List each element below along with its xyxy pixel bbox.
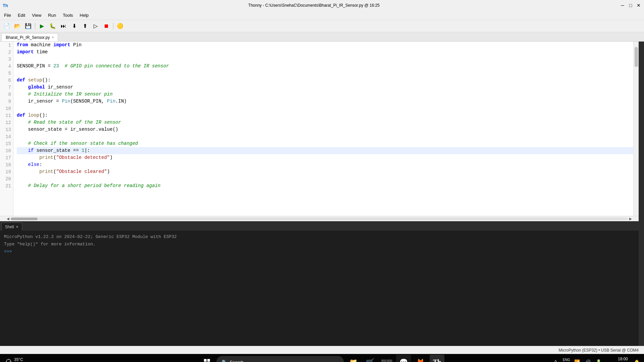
code-line-17: print("Obstacle detected") bbox=[17, 154, 633, 161]
tray-network[interactable]: 📶 bbox=[573, 356, 582, 362]
taskbar-thonny[interactable]: Th bbox=[430, 355, 444, 362]
code-line-11: def loop(): bbox=[17, 112, 633, 119]
tray-keyboard[interactable]: ENGIN bbox=[562, 356, 571, 362]
run-button[interactable]: ▶ bbox=[37, 21, 47, 31]
shell-prompt-line[interactable]: >>> bbox=[4, 248, 635, 255]
code-line-5 bbox=[17, 70, 633, 77]
tab-label: Bharat_Pi_IR_Sensor.py bbox=[6, 35, 50, 40]
title-bar: Th Thonny - C:\Users\SnehaC\Documents\Bh… bbox=[0, 0, 644, 11]
scroll-thumb[interactable] bbox=[11, 218, 38, 220]
notification-button[interactable]: 🔔 bbox=[632, 356, 641, 362]
code-line-8: # Initialize the IR sensor pin bbox=[17, 91, 633, 98]
device-button[interactable]: 🟡 bbox=[115, 21, 125, 31]
tray-chevron[interactable]: ^ bbox=[551, 356, 560, 362]
editor-and-shell: 1 2 3 4 5 6 7 8 9 10 11 12 13 14 15 16 1 bbox=[0, 42, 639, 346]
tray-battery[interactable]: 🔋 bbox=[594, 356, 603, 362]
shell-line-2: Type "help()" for more information. bbox=[4, 241, 635, 248]
scroll-left-arrow[interactable]: ◀ bbox=[5, 217, 11, 221]
windows-logo bbox=[204, 359, 210, 362]
resume-button[interactable]: ▷ bbox=[91, 21, 100, 31]
code-line-14 bbox=[17, 133, 633, 140]
editor-scroll-thumb[interactable] bbox=[635, 47, 638, 67]
code-line-12: # Read the state of the IR sensor bbox=[17, 119, 633, 126]
toolbar: 📄 📂 💾 ▶ 🐛 ⏭ ⬇ ⬆ ▷ ⏹ 🟡 bbox=[0, 20, 644, 32]
status-text: MicroPython (ESP32) • USB Serial @ COM4 bbox=[559, 348, 639, 353]
weather-icon: 🌤 bbox=[5, 358, 12, 362]
minimize-button[interactable]: ─ bbox=[620, 3, 625, 8]
step-over-button[interactable]: ⏭ bbox=[59, 21, 68, 31]
search-bar[interactable]: 🔍 Search bbox=[216, 356, 344, 362]
line-numbers: 1 2 3 4 5 6 7 8 9 10 11 12 13 14 15 16 1 bbox=[0, 42, 13, 216]
shell-output[interactable]: MicroPython v1.22.2 on 2024-02-22; Gener… bbox=[0, 231, 639, 346]
code-line-21: # Delay for a short period before readin… bbox=[17, 182, 633, 189]
app-logo: Th bbox=[3, 3, 8, 8]
shell-tab-label: Shell bbox=[5, 225, 14, 229]
code-line-2: import time bbox=[17, 49, 633, 56]
toolbar-separator-1 bbox=[35, 23, 35, 29]
clock-time: 18:00 bbox=[607, 356, 628, 362]
taskbar-center: 🔍 Search 📁 🛒 ⬛⬛ 💬 🦊 Th bbox=[200, 355, 444, 362]
shell-panel: Shell × MicroPython v1.22.2 on 2024-02-2… bbox=[0, 221, 639, 346]
stop-button[interactable]: ⏹ bbox=[102, 21, 111, 31]
code-line-10 bbox=[17, 105, 633, 112]
menu-view[interactable]: View bbox=[29, 12, 44, 18]
code-line-20 bbox=[17, 175, 633, 182]
scroll-track[interactable] bbox=[11, 218, 628, 220]
toolbar-separator-2 bbox=[113, 23, 113, 29]
menu-run[interactable]: Run bbox=[45, 12, 59, 18]
horizontal-scrollbar[interactable]: ◀ ▶ bbox=[0, 216, 639, 221]
tab-bar: Bharat_Pi_IR_Sensor.py × bbox=[0, 32, 644, 42]
code-line-19: print("Obstacle cleared") bbox=[17, 168, 633, 175]
shell-line-1: MicroPython v1.22.2 on 2024-02-22; Gener… bbox=[4, 233, 635, 241]
step-out-button[interactable]: ⬆ bbox=[80, 21, 90, 31]
close-button[interactable]: ✕ bbox=[636, 3, 641, 8]
shell-tab-bar: Shell × bbox=[0, 221, 639, 231]
taskbar-file-explorer[interactable]: 📁 bbox=[346, 355, 361, 362]
code-line-4: SENSOR_PIN = 23 # GPIO pin connected to … bbox=[17, 63, 633, 70]
scroll-right-arrow[interactable]: ▶ bbox=[628, 217, 633, 221]
clock[interactable]: 18:00 21-04-2024 bbox=[605, 356, 631, 362]
code-line-9: ir_sensor = Pin(SENSOR_PIN, Pin.IN) bbox=[17, 98, 633, 105]
debug-button[interactable]: 🐛 bbox=[48, 21, 57, 31]
weather-temp: 35°C bbox=[14, 357, 38, 362]
tray-speaker[interactable]: 🔊 bbox=[583, 356, 593, 362]
code-line-6: def setup(): bbox=[17, 77, 633, 84]
code-line-15: # Check if the sensor state has changed bbox=[17, 140, 633, 147]
shell-tab-close[interactable]: × bbox=[16, 225, 18, 229]
start-button[interactable] bbox=[200, 355, 214, 362]
editor-vertical-scrollbar[interactable] bbox=[633, 42, 639, 216]
weather-widget: 🌤 35°C Mostly sunny bbox=[3, 356, 40, 362]
editor-main: 1 2 3 4 5 6 7 8 9 10 11 12 13 14 15 16 1 bbox=[0, 42, 644, 346]
status-bar: MicroPython (ESP32) • USB Serial @ COM4 bbox=[0, 346, 644, 354]
search-placeholder: Search bbox=[230, 360, 244, 362]
shell-vertical-scrollbar[interactable] bbox=[639, 42, 644, 346]
taskbar-browser[interactable]: 🦊 bbox=[413, 355, 428, 362]
menu-file[interactable]: File bbox=[1, 12, 14, 18]
search-icon: 🔍 bbox=[222, 360, 227, 362]
system-tray: ^ ENGIN 📶 🔊 🔋 18:00 21-04-2024 🔔 bbox=[551, 356, 641, 362]
menu-help[interactable]: Help bbox=[77, 12, 92, 18]
taskbar: 🌤 35°C Mostly sunny 🔍 Search 📁 🛒 ⬛⬛ 💬 🦊 … bbox=[0, 354, 644, 362]
code-line-7: global ir_sensor bbox=[17, 84, 633, 91]
code-line-1: from machine import Pin bbox=[17, 42, 633, 49]
save-file-button[interactable]: 💾 bbox=[23, 21, 33, 31]
editor-container[interactable]: 1 2 3 4 5 6 7 8 9 10 11 12 13 14 15 16 1 bbox=[0, 42, 639, 216]
maximize-button[interactable]: □ bbox=[628, 3, 633, 8]
step-into-button[interactable]: ⬇ bbox=[69, 21, 79, 31]
taskbar-teams[interactable]: 💬 bbox=[396, 355, 411, 362]
code-area[interactable]: from machine import Pin import time SENS… bbox=[13, 42, 633, 216]
shell-tab[interactable]: Shell × bbox=[1, 223, 22, 231]
taskbar-microsoft-store[interactable]: 🛒 bbox=[363, 355, 377, 362]
new-file-button[interactable]: 📄 bbox=[2, 21, 11, 31]
taskbar-task-view[interactable]: ⬛⬛ bbox=[379, 355, 394, 362]
code-line-13: sensor_state = ir_sensor.value() bbox=[17, 126, 633, 133]
code-line-16: if sensor_state == 1|: bbox=[17, 147, 633, 154]
menu-edit[interactable]: Edit bbox=[15, 12, 28, 18]
menu-tools[interactable]: Tools bbox=[60, 12, 75, 18]
tab-close-button[interactable]: × bbox=[52, 36, 54, 39]
editor-tab[interactable]: Bharat_Pi_IR_Sensor.py × bbox=[1, 33, 58, 41]
open-file-button[interactable]: 📂 bbox=[13, 21, 22, 31]
code-line-3 bbox=[17, 56, 633, 63]
window-title: Thonny - C:\Users\SnehaC\Documents\Bhara… bbox=[8, 3, 620, 8]
weather-info: 35°C Mostly sunny bbox=[14, 357, 38, 362]
